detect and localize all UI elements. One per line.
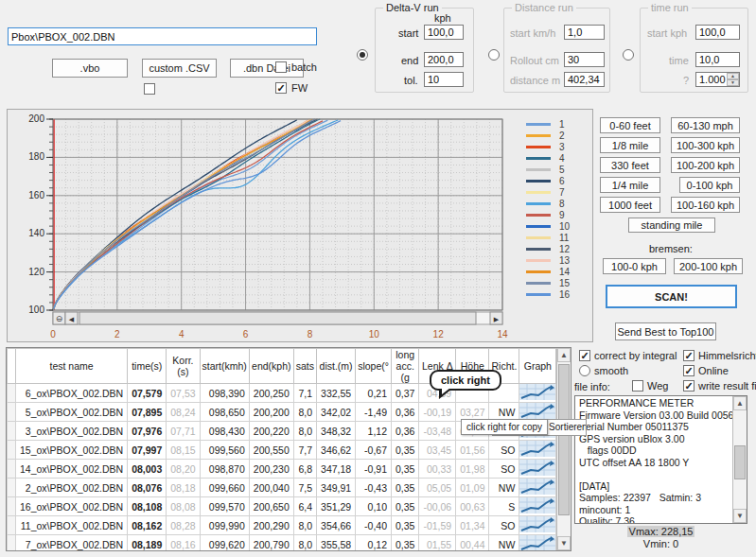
row-selector[interactable] xyxy=(8,479,16,497)
row-selector[interactable] xyxy=(8,460,16,479)
100-300-kph-button[interactable]: 100-300 kph xyxy=(671,137,740,153)
time-start-input[interactable] xyxy=(695,25,740,40)
legend-item-12[interactable]: 12 xyxy=(526,243,570,254)
batch-checkbox[interactable] xyxy=(275,61,287,73)
vbo-button[interactable]: .vbo xyxy=(52,59,128,78)
weg-checkbox[interactable] xyxy=(632,380,643,392)
row-selector[interactable] xyxy=(8,535,16,552)
table-scrollbar[interactable]: ▲ ▼ xyxy=(556,348,571,550)
row-selector[interactable] xyxy=(8,441,16,460)
legend-item-7[interactable]: 7 xyxy=(526,186,570,198)
dist-rollout-input[interactable] xyxy=(564,52,605,67)
send-best-button[interactable]: Send Best to Top100 xyxy=(615,322,716,340)
spin-up-icon[interactable]: ▲ xyxy=(727,73,739,79)
csv-option-checkbox[interactable] xyxy=(144,83,155,95)
dist-distance-input[interactable] xyxy=(564,72,605,87)
graph-icon[interactable] xyxy=(519,516,556,535)
table-row[interactable]: 14_ox\PBOX_002.DBN08,00308,20098,870200,… xyxy=(8,460,572,479)
legend-item-1[interactable]: 1 xyxy=(526,118,570,130)
column-header-slope[interactable]: slope(° xyxy=(356,349,392,384)
chart-svg[interactable]: 100120140160180200⊖◀▶02468101214 xyxy=(8,110,592,341)
legend-item-2[interactable]: 2 xyxy=(526,130,570,141)
legend-item-14[interactable]: 14 xyxy=(526,266,570,277)
column-header-end-kph[interactable]: end(kph) xyxy=(249,349,293,384)
0-60-feet-button[interactable]: 0-60 feet xyxy=(600,117,660,133)
fw-checkbox[interactable]: ✓ xyxy=(275,82,287,94)
1-4-mile-button[interactable]: 1/4 mile xyxy=(600,177,660,193)
legend-item-9[interactable]: 9 xyxy=(526,209,570,220)
standing-mile-button[interactable]: standing mile xyxy=(628,218,715,233)
column-header-dist-m[interactable]: dist.(m) xyxy=(317,349,356,384)
330-feet-button[interactable]: 330 feet xyxy=(600,157,660,173)
spinner-buttons[interactable]: ▲▼ xyxy=(727,73,739,85)
legend-item-5[interactable]: 5 xyxy=(526,164,570,175)
distance-run-radio[interactable] xyxy=(488,49,500,61)
100-200-kph-button[interactable]: 100-200 kph xyxy=(671,157,740,173)
100-160-kph-button[interactable]: 100-160 kph xyxy=(671,197,740,213)
delta-v-radio[interactable] xyxy=(357,49,368,61)
scroll-up-icon[interactable]: ▲ xyxy=(733,396,747,410)
table-row[interactable]: 7_ox\PBOX_002.DBN08,18908,16099,620200,7… xyxy=(8,535,572,552)
column-header-test-name[interactable]: test name xyxy=(16,349,128,384)
scan-button[interactable]: SCAN! xyxy=(606,285,737,308)
legend-item-8[interactable]: 8 xyxy=(526,198,570,209)
row-selector[interactable] xyxy=(8,422,16,441)
dist-start-input[interactable] xyxy=(564,25,605,40)
row-selector[interactable] xyxy=(8,497,16,516)
custom-csv-button[interactable]: custom .CSV xyxy=(142,59,217,78)
time-spinner-field[interactable]: ▲▼ xyxy=(695,72,740,87)
himmelsricht-checkbox[interactable]: ✓ xyxy=(683,350,694,361)
file-path-input[interactable] xyxy=(8,27,317,45)
table-scroll-up-icon[interactable]: ▲ xyxy=(557,348,571,362)
1-8-mile-button[interactable]: 1/8 mile xyxy=(600,137,660,153)
row-selector[interactable] xyxy=(8,516,16,535)
column-header-start-kmh[interactable]: start(kmh) xyxy=(200,349,249,384)
time-time-input[interactable] xyxy=(695,52,740,67)
legend-item-6[interactable]: 6 xyxy=(526,175,570,186)
table-scroll-down-icon[interactable]: ▼ xyxy=(557,536,571,550)
file-info-box[interactable]: PERFORMANCE METERFirmware Version 03.00 … xyxy=(574,395,747,524)
row-selector[interactable] xyxy=(8,384,16,403)
column-header-graph[interactable]: Graph xyxy=(519,349,556,384)
smooth-radio[interactable] xyxy=(579,365,590,376)
legend-item-4[interactable]: 4 xyxy=(526,152,570,164)
table-scroll-thumb[interactable] xyxy=(558,364,570,515)
column-header-rowhdr[interactable] xyxy=(8,349,16,384)
column-header-long-acc-g[interactable]: long acc.(g xyxy=(391,349,418,384)
graph-icon[interactable] xyxy=(519,535,556,552)
column-header-sats[interactable]: sats xyxy=(293,349,316,384)
time-run-radio[interactable] xyxy=(623,49,634,61)
online-checkbox[interactable]: ✓ xyxy=(683,365,694,376)
delta-tol-input[interactable] xyxy=(424,72,464,87)
graph-icon[interactable] xyxy=(519,497,556,516)
legend-item-3[interactable]: 3 xyxy=(526,141,570,152)
column-header-korr-s[interactable]: Korr.(s) xyxy=(167,349,200,384)
graph-icon[interactable] xyxy=(519,441,556,460)
60-130-mph-button[interactable]: 60-130 mph xyxy=(671,117,740,133)
legend-item-15[interactable]: 15 xyxy=(526,277,570,288)
legend-item-13[interactable]: 13 xyxy=(526,254,570,266)
graph-icon[interactable] xyxy=(519,479,556,497)
table-row[interactable]: 11_ox\PBOX_002.DBN08,16208,28099,990200,… xyxy=(8,516,572,535)
write-result-file-checkbox[interactable]: ✓ xyxy=(683,380,694,392)
1000-feet-button[interactable]: 1000 feet xyxy=(600,197,660,213)
legend-item-16[interactable]: 16 xyxy=(526,288,570,300)
spin-down-icon[interactable]: ▼ xyxy=(727,79,739,86)
column-header-time-s[interactable]: time(s) xyxy=(128,349,167,384)
row-selector[interactable] xyxy=(8,403,16,422)
table-row[interactable]: 15_ox\PBOX_002.DBN07,99708,15099,560200,… xyxy=(8,441,572,460)
file-info-scrollbar[interactable]: ▲ ▼ xyxy=(732,396,747,523)
brake-200-100-button[interactable]: 200-100 kph xyxy=(674,258,743,274)
delta-start-input[interactable] xyxy=(424,25,464,40)
table-row[interactable]: 2_ox\PBOX_002.DBN08,07608,18099,660200,0… xyxy=(8,479,572,497)
correct-by-integral-checkbox[interactable]: ✓ xyxy=(579,350,590,361)
legend-item-11[interactable]: 11 xyxy=(526,232,570,243)
graph-icon[interactable] xyxy=(519,384,556,403)
legend-item-10[interactable]: 10 xyxy=(526,220,570,232)
delta-end-input[interactable] xyxy=(424,52,464,67)
table-row[interactable]: 16_ox\PBOX_002.DBN08,10808,08099,570200,… xyxy=(8,497,572,516)
0-100-kph-button[interactable]: 0-100 kph xyxy=(679,177,740,193)
scroll-down-icon[interactable]: ▼ xyxy=(733,509,747,523)
brake-100-0-button[interactable]: 100-0 kph xyxy=(603,258,666,274)
scroll-thumb[interactable] xyxy=(734,445,746,479)
